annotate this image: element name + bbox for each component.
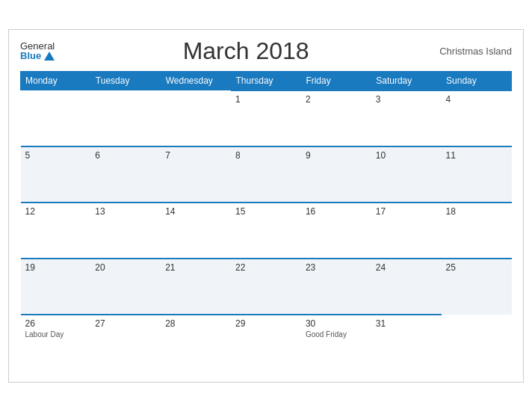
day-number: 21 (165, 262, 226, 273)
day-number: 24 (376, 262, 437, 273)
holiday-label: Labour Day (25, 330, 87, 339)
day-cell: 4 (442, 90, 512, 146)
day-cell: 13 (90, 203, 161, 259)
calendar-title: March 2018 (55, 37, 437, 65)
day-cell: 2 (301, 90, 371, 146)
region-label: Christmas Island (437, 46, 512, 57)
day-number: 30 (306, 318, 367, 329)
day-cell: 26Labour Day (21, 315, 91, 371)
day-number: 19 (25, 262, 87, 273)
weekday-header-sunday: Sunday (442, 71, 512, 90)
day-number: 7 (165, 150, 226, 161)
day-number: 25 (446, 262, 507, 273)
day-number: 14 (165, 206, 226, 217)
day-cell (442, 315, 512, 371)
day-cell: 8 (231, 146, 301, 203)
day-cell: 15 (231, 203, 301, 259)
weekday-header-thursday: Thursday (231, 71, 301, 90)
day-cell: 12 (21, 203, 91, 259)
day-cell: 6 (90, 146, 161, 203)
day-number: 13 (95, 206, 156, 217)
day-number: 20 (95, 262, 156, 273)
week-row-4: 19202122232425 (21, 259, 512, 315)
day-cell: 5 (21, 146, 91, 203)
week-row-3: 12131415161718 (21, 203, 512, 259)
day-number: 31 (376, 318, 437, 329)
holiday-label: Good Friday (306, 330, 367, 339)
week-row-2: 567891011 (21, 146, 512, 203)
day-cell (161, 90, 231, 146)
day-cell: 17 (371, 203, 442, 259)
day-number: 17 (376, 206, 437, 217)
day-cell: 25 (442, 259, 512, 315)
weekday-header-monday: Monday (21, 71, 91, 90)
day-number: 28 (165, 318, 226, 329)
day-cell: 30Good Friday (301, 315, 371, 371)
day-number: 2 (306, 94, 367, 105)
day-cell: 7 (161, 146, 231, 203)
weekday-header-friday: Friday (301, 71, 371, 90)
day-number: 23 (306, 262, 367, 273)
weekday-header-saturday: Saturday (371, 71, 442, 90)
day-cell: 27 (90, 315, 161, 371)
logo: General Blue (20, 41, 55, 61)
day-cell: 29 (231, 315, 301, 371)
day-cell: 11 (442, 146, 512, 203)
day-cell: 24 (371, 259, 442, 315)
day-cell: 14 (161, 203, 231, 259)
day-number: 18 (446, 206, 507, 217)
day-number: 8 (235, 150, 297, 161)
day-number: 5 (25, 150, 87, 161)
day-cell: 28 (161, 315, 231, 371)
day-cell: 16 (301, 203, 371, 259)
day-number: 6 (95, 150, 156, 161)
day-cell: 22 (231, 259, 301, 315)
day-number: 1 (235, 94, 297, 105)
day-cell: 23 (301, 259, 371, 315)
calendar-header: General Blue March 2018 Christmas Island (20, 37, 512, 65)
day-number: 4 (446, 94, 507, 105)
day-cell: 19 (21, 259, 91, 315)
week-row-1: 1234 (21, 90, 512, 146)
weekday-header-tuesday: Tuesday (90, 71, 161, 90)
logo-blue-text: Blue (20, 51, 55, 61)
day-number: 9 (306, 150, 367, 161)
day-cell: 18 (442, 203, 512, 259)
day-number: 3 (376, 94, 437, 105)
day-cell: 3 (371, 90, 442, 146)
day-cell: 9 (301, 146, 371, 203)
day-cell (90, 90, 161, 146)
day-number: 29 (235, 318, 297, 329)
day-number: 10 (376, 150, 437, 161)
day-number: 11 (446, 150, 507, 161)
day-cell: 20 (90, 259, 161, 315)
day-cell: 31 (371, 315, 442, 371)
day-cell (21, 90, 91, 146)
day-number: 27 (95, 318, 156, 329)
day-cell: 10 (371, 146, 442, 203)
weekday-header-wednesday: Wednesday (161, 71, 231, 90)
weekday-header-row: MondayTuesdayWednesdayThursdayFridaySatu… (21, 71, 512, 90)
day-number: 15 (235, 206, 297, 217)
day-number: 26 (25, 318, 87, 329)
day-cell: 1 (231, 90, 301, 146)
day-number: 22 (235, 262, 297, 273)
day-cell: 21 (161, 259, 231, 315)
day-number: 16 (306, 206, 367, 217)
logo-triangle-icon (44, 52, 55, 61)
day-number: 12 (25, 206, 87, 217)
week-row-5: 26Labour Day27282930Good Friday31 (21, 315, 512, 371)
calendar-table: MondayTuesdayWednesdayThursdayFridaySatu… (20, 71, 512, 371)
calendar-container: General Blue March 2018 Christmas Island… (8, 29, 524, 383)
